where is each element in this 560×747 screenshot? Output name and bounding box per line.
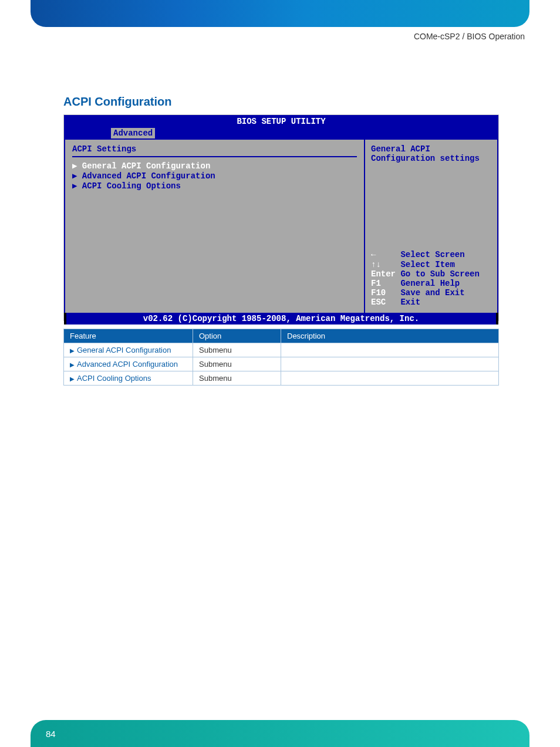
- bios-item-general-acpi[interactable]: ▶ General ACPI Configuration: [72, 161, 357, 171]
- feature-link[interactable]: ▶General ACPI Configuration: [64, 343, 193, 357]
- bios-side-panel: General ACPI Configuration settings ← Se…: [365, 140, 497, 313]
- bios-item-advanced-acpi[interactable]: ▶ Advanced ACPI Configuration: [72, 171, 357, 181]
- bios-tab-row: Advanced: [64, 128, 498, 140]
- option-cell: Submenu: [193, 343, 281, 357]
- page-number: 84: [46, 729, 56, 739]
- bios-panel-title: ACPI Settings: [72, 144, 357, 157]
- triangle-icon: ▶: [70, 361, 75, 368]
- bios-help-keys: ← Select Screen ↑↓ Select Item Enter Go …: [371, 250, 480, 307]
- feature-label: Advanced ACPI Configuration: [77, 360, 178, 369]
- col-description: Description: [281, 329, 499, 343]
- bios-title-bar: BIOS SETUP UTILITY: [64, 115, 498, 128]
- bios-item-label: ACPI Cooling Options: [82, 181, 181, 191]
- bios-item-acpi-cooling[interactable]: ▶ ACPI Cooling Options: [72, 181, 357, 191]
- table-row: ▶General ACPI Configuration Submenu: [64, 343, 499, 357]
- bios-item-label: General ACPI Configuration: [82, 161, 210, 171]
- col-feature: Feature: [64, 329, 193, 343]
- bios-side-desc: General ACPI: [371, 144, 491, 154]
- triangle-icon: ▶: [70, 347, 75, 354]
- col-option: Option: [193, 329, 281, 343]
- desc-cell: [281, 357, 499, 371]
- feature-label: ACPI Cooling Options: [77, 374, 151, 383]
- desc-cell: [281, 343, 499, 357]
- page-footer-bar: [31, 720, 529, 747]
- option-cell: Submenu: [193, 371, 281, 386]
- bios-tab-advanced[interactable]: Advanced: [111, 128, 155, 138]
- breadcrumb: COMe-cSP2 / BIOS Operation: [414, 32, 525, 41]
- section-title: ACPI Configuration: [63, 95, 171, 109]
- desc-cell: [281, 371, 499, 386]
- table-row: ▶Advanced ACPI Configuration Submenu: [64, 357, 499, 371]
- feature-link[interactable]: ▶Advanced ACPI Configuration: [64, 357, 193, 371]
- feature-link[interactable]: ▶ACPI Cooling Options: [64, 371, 193, 386]
- triangle-icon: ▶: [70, 376, 75, 382]
- bios-footer: v02.62 (C)Copyright 1985-2008, American …: [64, 313, 498, 325]
- table-row: ▶ACPI Cooling Options Submenu: [64, 371, 499, 386]
- feature-label: General ACPI Configuration: [77, 346, 171, 354]
- bios-main-panel: ACPI Settings ▶ General ACPI Configurati…: [65, 140, 365, 313]
- bios-screenshot: BIOS SETUP UTILITY Advanced ACPI Setting…: [63, 114, 499, 321]
- page-header-bar: [31, 0, 529, 27]
- bios-body: ACPI Settings ▶ General ACPI Configurati…: [64, 140, 498, 313]
- feature-table: Feature Option Description ▶General ACPI…: [63, 329, 499, 386]
- option-cell: Submenu: [193, 357, 281, 371]
- bios-side-desc: Configuration settings: [371, 154, 491, 163]
- bios-item-label: Advanced ACPI Configuration: [82, 171, 215, 181]
- table-header-row: Feature Option Description: [64, 329, 499, 343]
